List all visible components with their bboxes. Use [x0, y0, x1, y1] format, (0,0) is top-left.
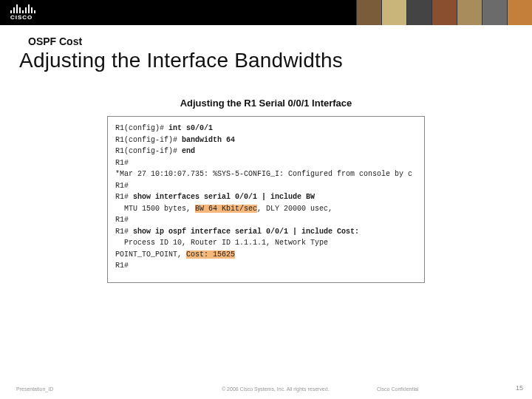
confidential-label: Cisco Confidential: [377, 386, 466, 392]
cmd: bandwidth 64: [182, 136, 235, 144]
terminal-output: R1(config)# int s0/0/1 R1(config-if)# ba…: [107, 116, 425, 283]
prompt: R1#: [115, 228, 133, 236]
presentation-id: Presentation_ID: [0, 386, 222, 392]
line: R1#: [115, 214, 417, 226]
logo-bars-icon: [10, 4, 35, 13]
prompt: R1#: [115, 193, 133, 201]
prompt: R1(config)#: [115, 124, 168, 132]
figure: Adjusting the R1 Serial 0/0/1 Interface …: [107, 98, 425, 283]
top-bar: CISCO: [0, 0, 532, 25]
slide-title: Adjusting the Interface Bandwidths: [0, 49, 532, 72]
line: R1#: [115, 260, 417, 272]
line: R1#: [115, 180, 417, 192]
page-number: 15: [516, 384, 523, 392]
cmd: show interfaces serial 0/0/1 | include B…: [133, 193, 315, 201]
slide-subtitle: OSPF Cost: [0, 25, 532, 49]
cmd: int s0/0/1: [168, 124, 213, 132]
out: , DLY 20000 usec,: [257, 205, 332, 213]
cmd: show ip ospf interface serial 0/0/1 | in…: [133, 228, 359, 236]
out: MTU 1500 bytes,: [115, 205, 195, 213]
highlight-cost: Cost: 15625: [186, 250, 235, 259]
copyright: © 2008 Cisco Systems, Inc. All rights re…: [222, 386, 377, 392]
prompt: R1(config-if)#: [115, 147, 182, 155]
footer: Presentation_ID © 2008 Cisco Systems, In…: [0, 386, 532, 392]
line: Process ID 10, Router ID 1.1.1.1, Networ…: [115, 237, 417, 249]
figure-title: Adjusting the R1 Serial 0/0/1 Interface: [107, 98, 425, 109]
header-people-strip: [356, 0, 532, 25]
logo-text: CISCO: [10, 14, 33, 21]
highlight-bw: BW 64 Kbit/sec: [195, 205, 257, 213]
out: POINT_TO_POINT,: [115, 250, 186, 259]
cisco-logo: CISCO: [0, 4, 35, 21]
line: R1#: [115, 157, 417, 169]
line: *Mar 27 10:10:07.735: %SYS-5-CONFIG_I: C…: [115, 168, 417, 180]
cmd: end: [182, 147, 195, 155]
prompt: R1(config-if)#: [115, 136, 182, 144]
